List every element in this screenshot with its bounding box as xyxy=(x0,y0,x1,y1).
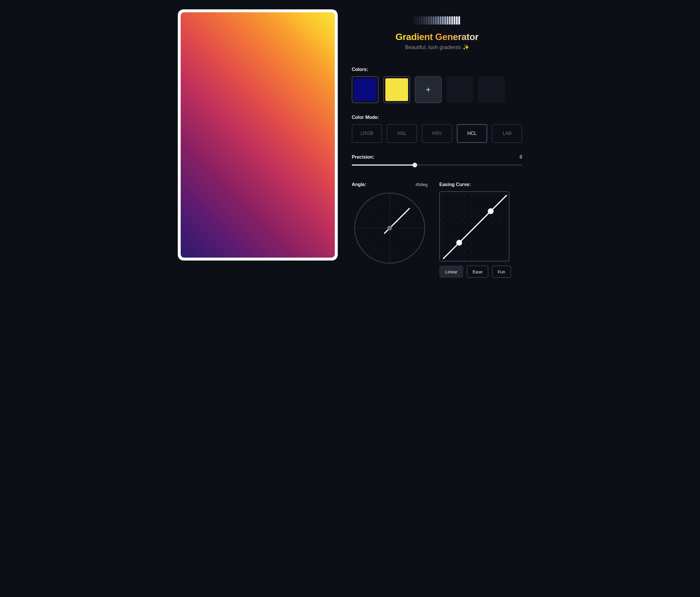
svg-line-107 xyxy=(443,195,506,259)
svg-point-101 xyxy=(471,258,472,259)
precision-slider-thumb[interactable] xyxy=(412,163,417,167)
logo-bar xyxy=(426,16,427,25)
svg-point-89 xyxy=(457,251,458,252)
svg-point-32 xyxy=(478,209,479,210)
svg-point-23 xyxy=(485,202,486,203)
svg-point-90 xyxy=(464,251,465,252)
svg-point-94 xyxy=(492,251,493,252)
add-color-button[interactable]: + xyxy=(415,76,442,103)
svg-point-86 xyxy=(506,244,507,245)
svg-point-28 xyxy=(450,209,451,210)
svg-point-105 xyxy=(499,258,500,259)
easing-control-point-2[interactable] xyxy=(488,208,494,214)
logo-bar xyxy=(456,16,458,25)
precision-slider-fill xyxy=(352,164,415,166)
svg-point-36 xyxy=(506,209,507,210)
svg-point-8 xyxy=(450,195,451,196)
svg-point-12 xyxy=(478,195,479,196)
svg-point-19 xyxy=(457,202,458,203)
svg-point-47 xyxy=(443,223,444,224)
logo-bar xyxy=(414,16,416,25)
svg-point-67 xyxy=(443,237,444,238)
app-subtitle: Beautiful, lush gradients ✨ xyxy=(405,44,469,50)
svg-point-37 xyxy=(443,216,444,217)
svg-point-20 xyxy=(464,202,465,203)
svg-point-80 xyxy=(464,244,465,245)
svg-point-98 xyxy=(450,258,451,259)
svg-point-66 xyxy=(506,230,507,231)
svg-point-95 xyxy=(499,251,500,252)
app-title: Gradient Generator xyxy=(396,31,478,42)
svg-point-39 xyxy=(457,216,458,217)
svg-point-62 xyxy=(478,230,479,231)
svg-point-57 xyxy=(443,230,444,231)
angle-label: Angle: xyxy=(352,182,366,187)
color-swatch-0[interactable] xyxy=(352,76,379,103)
color-slot-empty xyxy=(446,76,473,103)
svg-point-102 xyxy=(478,258,479,259)
svg-point-81 xyxy=(471,244,472,245)
color-mode-hsl[interactable]: HSL xyxy=(387,124,417,143)
easing-preset-ease[interactable]: Ease xyxy=(467,265,489,278)
svg-point-68 xyxy=(450,237,451,238)
svg-point-96 xyxy=(506,251,507,252)
svg-point-30 xyxy=(464,209,465,210)
svg-point-51 xyxy=(471,223,472,224)
angle-dial[interactable] xyxy=(352,190,428,266)
svg-point-31 xyxy=(471,209,472,210)
easing-preset-linear[interactable]: Linear xyxy=(439,265,463,278)
color-mode-lab[interactable]: LAB xyxy=(492,124,522,143)
svg-point-100 xyxy=(464,258,465,259)
color-mode-hcl[interactable]: HCL xyxy=(457,124,487,143)
controls-panel: Gradient Generator Beautiful, lush gradi… xyxy=(352,9,522,278)
svg-point-59 xyxy=(457,230,458,231)
svg-point-69 xyxy=(457,237,458,238)
svg-point-60 xyxy=(464,230,465,231)
svg-point-93 xyxy=(485,251,486,252)
svg-point-6 xyxy=(388,226,392,231)
svg-point-84 xyxy=(492,244,493,245)
svg-point-104 xyxy=(492,258,493,259)
svg-point-46 xyxy=(506,216,507,217)
svg-point-103 xyxy=(485,258,486,259)
angle-value: 45deg xyxy=(416,182,428,187)
svg-point-74 xyxy=(492,237,493,238)
gradient-generator-app: Gradient Generator Beautiful, lush gradi… xyxy=(178,9,522,278)
logo-bar xyxy=(454,16,455,25)
logo-bar xyxy=(433,16,434,25)
svg-point-17 xyxy=(443,202,444,203)
svg-point-18 xyxy=(450,202,451,203)
plus-icon: + xyxy=(426,86,430,94)
svg-point-26 xyxy=(506,202,507,203)
easing-curve-editor[interactable] xyxy=(439,191,509,261)
svg-point-11 xyxy=(471,195,472,196)
color-swatch-fill xyxy=(354,78,377,101)
svg-point-73 xyxy=(485,237,486,238)
precision-value: 8 xyxy=(520,154,522,160)
gradient-preview-frame xyxy=(178,9,338,261)
svg-point-58 xyxy=(450,230,451,231)
svg-point-49 xyxy=(457,223,458,224)
svg-point-21 xyxy=(471,202,472,203)
logo-bar xyxy=(442,16,444,25)
color-mode-hsv[interactable]: HSV xyxy=(422,124,452,143)
svg-point-38 xyxy=(450,216,451,217)
color-mode-lrgb[interactable]: LRGB xyxy=(352,124,382,143)
svg-point-54 xyxy=(492,223,493,224)
svg-point-53 xyxy=(485,223,486,224)
easing-preset-fun[interactable]: Fun xyxy=(492,265,511,278)
logo-strip-icon xyxy=(414,16,460,25)
precision-slider[interactable] xyxy=(352,164,522,166)
svg-point-15 xyxy=(499,195,500,196)
logo-bar xyxy=(440,16,441,25)
svg-point-13 xyxy=(485,195,486,196)
svg-point-99 xyxy=(457,258,458,259)
svg-point-35 xyxy=(499,209,500,210)
svg-point-9 xyxy=(457,195,458,196)
easing-control-point-1[interactable] xyxy=(456,240,462,246)
svg-point-71 xyxy=(471,237,472,238)
svg-point-64 xyxy=(492,230,493,231)
svg-point-48 xyxy=(450,223,451,224)
color-swatch-1[interactable] xyxy=(383,76,410,103)
bottom-row: Angle: 45deg Easing Curve: xyxy=(352,182,522,278)
